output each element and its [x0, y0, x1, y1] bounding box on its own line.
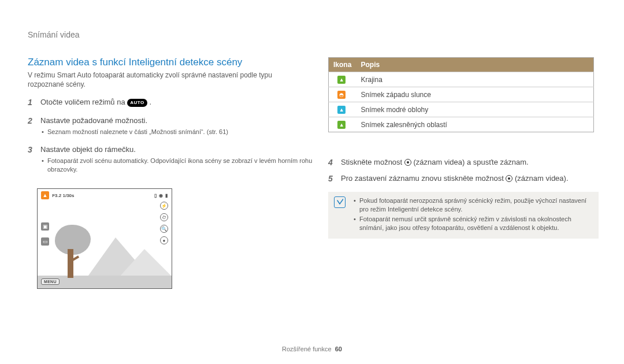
intro-text: V režimu Smart Auto fotoaparát automatic…	[28, 70, 305, 89]
table-header-icon: Ikona	[329, 58, 356, 72]
timer-icon: ⏱	[160, 213, 168, 221]
step-1-text-post: .	[147, 98, 151, 106]
step-number: 1	[28, 97, 32, 108]
step-number: 5	[328, 173, 333, 184]
scene-mode-icon: ▲	[41, 191, 49, 199]
flash-icon: ⚡	[160, 202, 168, 210]
table-row: ◓Snímek západu slunce	[329, 87, 594, 102]
step-3-subtext: Fotoaparát zvolí scénu automaticky. Odpo…	[40, 157, 317, 174]
forest-icon: ▲	[337, 121, 346, 129]
step-4-text-pre: Stiskněte možnost	[341, 158, 404, 166]
step-1-text-pre: Otočte voličem režimů na	[40, 98, 127, 106]
table-cell-desc: Snímek západu slunce	[356, 87, 594, 102]
note-item-1: Pokud fotoaparát nerozpozná správný scén…	[352, 196, 593, 214]
menu-button: MENU	[41, 278, 60, 285]
page-title: Záznam videa s funkcí Inteligentní detek…	[28, 57, 242, 68]
record-button-icon	[506, 175, 512, 182]
note-icon	[334, 196, 346, 208]
auto-mode-pill: AUTO	[127, 99, 147, 107]
step-3-text: Nastavte objekt do rámečku.	[40, 145, 136, 154]
step-1: 1 Otočte voličem režimů na AUTO .	[28, 97, 317, 107]
step-2: 2 Nastavte požadované možnosti. Seznam m…	[28, 116, 317, 136]
step-5-text-pre: Pro zastavení záznamu znovu stiskněte mo…	[341, 174, 506, 183]
table-row: ▲Krajina	[329, 72, 594, 87]
breadcrumb: Snímání videa	[28, 30, 80, 39]
record-button-icon	[404, 159, 411, 166]
table-row: ▲Snímek modré oblohy	[329, 102, 594, 117]
note-item-2: Fotoaparát nemusí určit správně scénický…	[352, 215, 593, 232]
table-header-desc: Popis	[356, 58, 594, 72]
footer-page-number: 60	[335, 346, 342, 352]
page-footer: Rozšířené funkce 60	[0, 346, 624, 352]
step-5: 5 Pro zastavení záznamu znovu stiskněte …	[328, 173, 600, 184]
table-cell-desc: Krajina	[356, 72, 594, 87]
step-number: 2	[28, 116, 32, 127]
step-4: 4 Stiskněte možnost (záznam videa) a spu…	[328, 157, 600, 168]
table-cell-desc: Snímek modré oblohy	[356, 102, 594, 117]
step-3: 3 Nastavte objekt do rámečku. Fotoaparát…	[28, 144, 317, 174]
step-2-subtext: Seznam možností naleznete v části „Možno…	[40, 128, 317, 136]
step-number: 3	[28, 144, 32, 155]
table-row: ▲Snímek zalesněných oblastí	[329, 117, 594, 132]
footer-section: Rozšířené funkce	[282, 346, 332, 352]
exposure-readout: F3.2 1/30s	[52, 193, 74, 198]
landscape-icon: ▲	[337, 76, 346, 84]
sunset-icon: ◓	[337, 91, 346, 99]
scene-illustration	[38, 189, 172, 288]
battery-icons: ▯ ◉ ▮	[154, 193, 168, 198]
table-cell-desc: Snímek zalesněných oblastí	[356, 117, 594, 132]
mode-icon: ▣	[41, 222, 49, 231]
step-number: 4	[328, 157, 333, 168]
aspect-icon: ▭	[41, 237, 49, 246]
record-icon: ●	[160, 236, 168, 244]
blue-sky-icon: ▲	[337, 106, 346, 114]
zoom-icon: 🔍	[160, 225, 168, 233]
step-4-text-mid: (záznam videa) a spusťte záznam.	[411, 158, 529, 166]
step-5-text-mid: (záznam videa).	[512, 174, 568, 183]
step-2-text: Nastavte požadované možnosti.	[40, 116, 147, 125]
scene-icon-table: Ikona Popis ▲Krajina◓Snímek západu slunc…	[328, 57, 594, 132]
note-box: Pokud fotoaparát nerozpozná správný scén…	[328, 192, 599, 239]
camera-preview-illustration: ▲ F3.2 1/30s ▯ ◉ ▮ ⚡ ⏱ 🔍 ● ▣ ▭ MENU	[37, 188, 172, 289]
